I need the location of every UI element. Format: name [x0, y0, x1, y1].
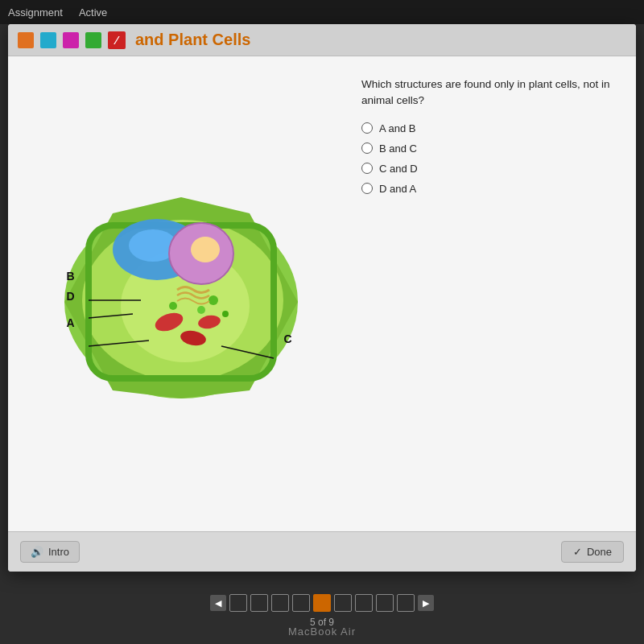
option-a-and-b-label: A and B [379, 122, 416, 134]
checkmark-icon: ✓ [573, 546, 582, 558]
nav-dot-3[interactable] [271, 594, 289, 612]
plant-cell-svg [52, 165, 310, 415]
nav-dot-5[interactable] [313, 594, 331, 612]
lesson-bottom-bar: 🔊 Intro ✓ Done [8, 531, 636, 572]
nav-dot-7[interactable] [355, 594, 373, 612]
option-d-and-a-label: D and A [379, 183, 416, 195]
nav-dot-2[interactable] [250, 594, 268, 612]
svg-point-8 [191, 237, 220, 262]
svg-point-14 [197, 306, 205, 314]
nav-dot-1[interactable] [229, 594, 247, 612]
label-c: C [283, 332, 291, 345]
radio-a-and-b[interactable] [361, 122, 373, 134]
nav-next-button[interactable]: ▶ [418, 595, 434, 611]
color-block-blue [40, 32, 56, 48]
cell-diagram: B D A C [52, 165, 310, 423]
speaker-icon: 🔊 [31, 546, 43, 558]
lesson-content: B D A C Which structures are found only … [8, 56, 636, 531]
nav-dot-9[interactable] [397, 594, 415, 612]
color-block-orange [18, 32, 34, 48]
nav-dot-4[interactable] [292, 594, 310, 612]
nav-dots: ◀ ▶ [210, 594, 434, 612]
screen: Assignment Active ⁄ and Plant Cells [0, 0, 644, 644]
nav-prev-button[interactable]: ◀ [210, 595, 226, 611]
radio-c-and-d[interactable] [361, 163, 373, 174]
lesson-window: ⁄ and Plant Cells [8, 24, 636, 572]
macbook-label: MacBook Air [288, 625, 356, 638]
option-b-and-c[interactable]: B and C [361, 142, 620, 155]
top-bar: Assignment Active [0, 0, 644, 24]
radio-b-and-c[interactable] [361, 142, 373, 154]
question-text: Which structures are found only in plant… [361, 76, 620, 109]
svg-point-13 [208, 295, 218, 305]
option-d-and-a[interactable]: D and A [361, 183, 620, 195]
nav-bar: ◀ ▶ 5 of 9 [0, 594, 644, 628]
option-c-and-d[interactable]: C and D [361, 163, 620, 175]
diagram-area: B D A C [8, 56, 353, 531]
intro-button[interactable]: 🔊 Intro [20, 541, 80, 563]
lesson-title: and Plant Cells [135, 31, 250, 49]
color-block-pink [63, 32, 79, 48]
option-b-and-c-label: B and C [379, 142, 417, 155]
slash-icon: ⁄ [108, 31, 126, 49]
svg-point-16 [169, 302, 177, 310]
active-label: Active [79, 6, 107, 19]
label-d: D [67, 290, 75, 303]
option-c-and-d-label: C and D [379, 163, 418, 175]
nav-dot-6[interactable] [334, 594, 352, 612]
assignment-label: Assignment [8, 6, 63, 19]
intro-button-label: Intro [48, 546, 69, 558]
answer-options: A and B B and C C and D D and A [361, 122, 620, 195]
question-area: Which structures are found only in plant… [353, 56, 636, 531]
option-a-and-b[interactable]: A and B [361, 122, 620, 134]
lesson-title-bar: ⁄ and Plant Cells [8, 24, 636, 56]
color-block-green [85, 32, 101, 48]
radio-d-and-a[interactable] [361, 183, 373, 194]
svg-point-15 [222, 311, 229, 317]
done-button-label: Done [587, 546, 612, 558]
nav-dot-8[interactable] [376, 594, 394, 612]
done-button[interactable]: ✓ Done [561, 541, 624, 563]
label-a: A [67, 316, 75, 329]
label-b: B [67, 270, 75, 283]
